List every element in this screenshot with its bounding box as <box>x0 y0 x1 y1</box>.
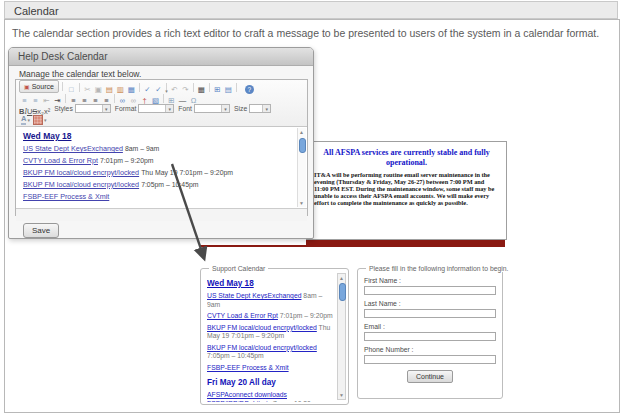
last-name-field[interactable] <box>364 309 496 318</box>
day-header: Wed May 18 <box>207 279 335 288</box>
maximize-icon[interactable]: ⊞ <box>212 85 223 95</box>
text-color-button[interactable]: A▾ <box>21 115 30 125</box>
indent-icon[interactable]: ⇥ <box>52 96 63 106</box>
scrollbar-thumb[interactable] <box>299 138 306 153</box>
copy-icon[interactable]: ▣ <box>93 85 104 95</box>
scroll-down-icon[interactable]: ▼ <box>338 391 345 399</box>
chevron-down-icon[interactable]: ▾ <box>165 105 173 112</box>
banner-body-text: IT&A will be performing routine email se… <box>314 171 499 206</box>
maroon-divider-thin <box>200 245 306 247</box>
event-link[interactable]: FSBP-EEF Process & Xmit <box>23 192 109 201</box>
cut-icon[interactable]: ✂ <box>82 85 93 95</box>
link-icon[interactable]: ∞ <box>117 96 128 106</box>
event-link[interactable]: BKUP FM local/cloud encrpyt/locked <box>23 168 139 177</box>
show-blocks-icon[interactable]: ▤ <box>223 85 234 95</box>
first-name-label: First Name : <box>364 277 496 284</box>
chevron-down-icon[interactable]: ▾ <box>221 105 229 112</box>
chevron-down-icon[interactable]: ▾ <box>102 105 110 112</box>
calendar-event: FSBP-EEF Process & Xmit <box>207 364 335 373</box>
horizontal-rule-icon[interactable]: ― <box>177 96 188 106</box>
banner-headline: All AFSPA services are currently stable … <box>312 148 501 168</box>
help-desk-calendar-window: Help Desk Calendar Manage the calendar t… <box>8 47 314 239</box>
screenshot-root: Calendar The calendar section provides a… <box>0 0 626 420</box>
background-color-icon <box>33 115 43 125</box>
toolbar-separator <box>65 94 66 103</box>
editor-content-area[interactable]: Wed May 18 US State Dept KeysExchanged 8… <box>16 127 307 208</box>
paste-icon[interactable]: ▤ <box>104 85 115 95</box>
text-color-icon: A <box>21 115 26 125</box>
first-name-field[interactable] <box>364 286 496 295</box>
event-time: 7:01pm – 9:20pm <box>280 312 333 319</box>
image-icon[interactable]: ▦ <box>196 85 207 95</box>
spellcheck-icon[interactable]: ✓ <box>142 85 153 95</box>
outdent-icon[interactable]: ⇤ <box>41 96 52 106</box>
calendar-event: BKUP FM local/cloud encrpyt/locked 7:05p… <box>207 344 335 361</box>
last-name-label: Last Name : <box>364 300 496 307</box>
calendar-event: US State Dept KeysExchanged 8am – 9am <box>23 145 295 154</box>
phone-number-field[interactable] <box>364 355 496 364</box>
new-page-icon[interactable]: □ <box>66 85 77 95</box>
email-field[interactable] <box>364 332 496 341</box>
font-label: Font <box>178 105 192 112</box>
size-combo[interactable]: Size▾ <box>234 104 271 113</box>
intro-text: The calendar section provides a rich tex… <box>12 27 599 39</box>
about-icon[interactable]: ? <box>245 85 254 94</box>
undo-icon[interactable]: ↶ <box>169 85 180 95</box>
numbered-list-icon[interactable]: ≡ <box>19 96 30 106</box>
scayt-icon[interactable]: ✓▾ <box>153 85 164 95</box>
calendar-event: AFSPAconnect downloads FSBP/IBP/DDebit e… <box>207 391 335 402</box>
day-header: Fri May 20 All day <box>207 378 335 387</box>
chevron-down-icon[interactable]: ▾ <box>262 105 270 112</box>
window-titlebar[interactable]: Help Desk Calendar <box>9 48 313 66</box>
event-link[interactable]: BKUP FM local/cloud encrpyt/locked <box>207 324 317 331</box>
toolbar-separator <box>209 83 210 92</box>
styles-label: Styles <box>54 105 73 112</box>
toolbar-separator <box>236 83 237 92</box>
continue-button[interactable]: Continue <box>407 370 453 383</box>
toolbar-separator <box>163 94 164 103</box>
calendar-event: BKUP FM local/cloud encrpyt/locked 7:05p… <box>23 181 295 190</box>
calendar-event: US State Dept KeysExchanged 8am – 9am <box>207 292 335 309</box>
event-time: 8am – 9am <box>125 145 159 152</box>
event-link[interactable]: US State Dept KeysExchanged <box>23 144 123 153</box>
support-calendar-list: Wed May 18 US State Dept KeysExchanged 8… <box>207 276 335 402</box>
event-link[interactable]: US State Dept KeysExchanged <box>207 292 301 299</box>
calendar-event: BKUP FM local/cloud encrpyt/locked Thu M… <box>23 169 295 178</box>
contact-form-legend: Please fill in the following information… <box>366 265 511 272</box>
event-time: Thu May 19 7:01pm – 9:20pm <box>141 169 233 176</box>
event-link[interactable]: CVTY Load & Error Rpt <box>23 156 98 165</box>
event-time: 7:01pm – 9:20pm <box>100 157 154 164</box>
event-link[interactable]: BKUP FM local/cloud encrpyt/locked <box>23 180 139 189</box>
paste-word-icon[interactable]: ▦ <box>126 85 137 95</box>
scroll-up-icon[interactable]: ▲ <box>338 274 345 282</box>
day-header: Wed May 18 <box>23 131 295 141</box>
contact-form-panel: Please fill in the following information… <box>357 268 503 399</box>
bulleted-list-icon[interactable]: ≡ <box>30 96 41 106</box>
save-button[interactable]: Save <box>23 223 59 238</box>
scroll-up-icon[interactable]: ▲ <box>298 128 305 136</box>
redo-icon[interactable]: ↷ <box>180 85 191 95</box>
event-link[interactable]: FSBP-EEF Process & Xmit <box>207 364 289 371</box>
chevron-down-icon: ▾ <box>165 86 168 96</box>
support-calendar-legend: Support Calendar <box>209 265 268 272</box>
support-calendar-panel: Support Calendar Wed May 18 US State Dep… <box>200 268 349 405</box>
toolbar-row-4: A▾ ▾ <box>19 114 304 125</box>
rich-text-editor: ▣Source □✂▣▤▥▦✓✓▾↶↷▦⊞▤? ≡≡⇤⇥≡≡≡≡∞∞†▧⊞―Ω … <box>15 79 308 216</box>
scrollbar-thumb[interactable] <box>339 283 346 301</box>
paste-text-icon[interactable]: ▥ <box>115 85 126 95</box>
contact-form: First Name : Last Name : Email : Phone N… <box>364 277 496 383</box>
phone-number-label: Phone Number : <box>364 346 496 353</box>
page-title: Calendar <box>4 1 618 19</box>
status-banner: All AFSPA services are currently stable … <box>306 141 507 240</box>
event-link[interactable]: CVTY Load & Error Rpt <box>207 312 278 319</box>
scroll-down-icon[interactable]: ▼ <box>298 199 305 207</box>
toolbar-separator <box>114 94 115 103</box>
event-link[interactable]: BKUP FM local/cloud encrpyt/locked <box>207 344 317 351</box>
support-calendar-scrollbar[interactable]: ▲ ▼ <box>337 273 346 400</box>
background-color-button[interactable]: ▾ <box>33 115 47 125</box>
editor-path-bar <box>16 208 307 221</box>
calendar-event: FSBP-EEF Process & Xmit <box>23 193 295 202</box>
editor-toolbar: ▣Source □✂▣▤▥▦✓✓▾↶↷▦⊞▤? ≡≡⇤⇥≡≡≡≡∞∞†▧⊞―Ω … <box>16 80 307 127</box>
editor-scrollbar[interactable]: ▲ ▼ <box>297 128 306 207</box>
chevron-down-icon: ▾ <box>27 117 30 123</box>
